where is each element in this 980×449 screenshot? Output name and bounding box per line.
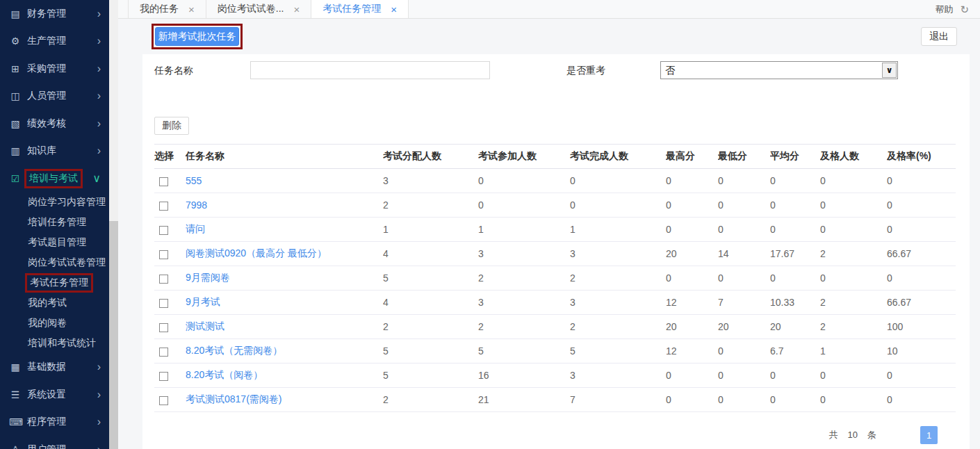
sidebar-item-production[interactable]: ⚙ 生产管理 › xyxy=(0,28,109,56)
close-icon[interactable]: × xyxy=(391,4,397,15)
task-name-link[interactable]: 测试测试 xyxy=(186,320,383,333)
avg-score: 17.67 xyxy=(770,248,820,259)
close-icon[interactable]: × xyxy=(293,4,300,15)
sidebar-subitem-label: 我的阅卷 xyxy=(28,317,67,329)
pass-rate: 10 xyxy=(887,345,956,357)
row-checkbox[interactable] xyxy=(159,250,168,259)
page-1-button[interactable]: 1 xyxy=(920,426,938,444)
table-body: 555 3 0 0 0 0 0 0 0 7998 2 xyxy=(154,169,956,412)
task-name-link[interactable]: 7998 xyxy=(186,199,383,211)
sidebar-subitem[interactable]: 岗位考试试卷管理 xyxy=(0,253,109,273)
retake-select[interactable]: 否 ∨ xyxy=(660,61,898,79)
row-checkbox[interactable] xyxy=(159,226,168,235)
col-task-name: 任务名称 xyxy=(186,150,383,163)
table-row: 555 3 0 0 0 0 0 0 0 xyxy=(154,169,956,193)
pass-count: 0 xyxy=(820,175,887,186)
refresh-icon[interactable]: ↻ xyxy=(960,3,969,16)
add-exam-batch-task-button[interactable]: 新增考试批次任务 xyxy=(155,27,239,46)
tab-exam-task-management[interactable]: 考试任务管理 × xyxy=(311,0,409,18)
task-name-link[interactable]: 9月考试 xyxy=(186,296,383,309)
sidebar-subitem[interactable]: 我的阅卷 xyxy=(0,313,109,334)
participated-count: 3 xyxy=(478,297,570,308)
sidebar-subitem[interactable]: 培训任务管理 xyxy=(0,213,109,233)
pass-count: 0 xyxy=(820,394,887,405)
retake-label: 是否重考 xyxy=(566,61,605,79)
task-name-link[interactable]: 请问 xyxy=(186,223,383,236)
exit-button[interactable]: 退出 xyxy=(921,27,957,46)
row-checkbox[interactable] xyxy=(159,202,168,211)
sidebar-item-program[interactable]: ⌨ 程序管理 › xyxy=(0,409,109,436)
sidebar-scrollbar[interactable] xyxy=(109,0,118,449)
participated-count: 21 xyxy=(478,394,570,405)
row-checkbox[interactable] xyxy=(159,275,168,284)
sidebar-subitem[interactable]: 考试题目管理 xyxy=(0,233,109,253)
col-assigned: 考试分配人数 xyxy=(383,150,478,163)
sidebar-item-personnel[interactable]: ◫ 人员管理 › xyxy=(0,83,109,111)
help-link[interactable]: 帮助 xyxy=(935,3,953,16)
row-checkbox[interactable] xyxy=(159,372,168,381)
sidebar-item-training-exam[interactable]: ☑ 培训与考试 ∨ xyxy=(0,165,109,193)
knowledge-icon: ▥ xyxy=(9,145,22,156)
sidebar-item-performance[interactable]: ▧ 绩效考核 › xyxy=(0,110,109,138)
sidebar-item-purchase[interactable]: ⊞ 采购管理 › xyxy=(0,55,109,83)
table-row: 8.20考试（无需阅卷） 5 5 5 12 0 6.7 1 10 xyxy=(154,339,956,364)
row-checkbox[interactable] xyxy=(159,299,168,308)
task-name-input[interactable] xyxy=(250,61,490,79)
pass-rate: 0 xyxy=(887,224,956,235)
main-area: 我的任务 × 岗位考试试卷... × 考试任务管理 × 帮助 ↻ 新增考试批次任… xyxy=(118,0,980,449)
pass-rate: 0 xyxy=(887,175,956,186)
row-checkbox[interactable] xyxy=(159,396,168,405)
system-settings-icon: ☰ xyxy=(9,389,22,400)
row-checkbox[interactable] xyxy=(159,348,168,357)
sidebar-subitem[interactable]: 考试任务管理 xyxy=(0,273,109,293)
avg-score: 0 xyxy=(770,272,820,284)
sidebar-item-base-data[interactable]: ▦ 基础数据 › xyxy=(0,354,109,382)
task-name-link[interactable]: 555 xyxy=(186,175,383,186)
sidebar-item-knowledge[interactable]: ▥ 知识库 › xyxy=(0,138,109,165)
select-dropdown-icon[interactable]: ∨ xyxy=(882,63,897,78)
sidebar-item-system-settings[interactable]: ☰ 系统设置 › xyxy=(0,381,109,409)
base-data-icon: ▦ xyxy=(9,361,22,373)
completed-count: 3 xyxy=(570,370,666,381)
chevron-right-icon: › xyxy=(97,389,101,400)
task-name-link[interactable]: 8.20考试（阅卷） xyxy=(186,369,383,382)
sidebar-subitem-label: 培训和考试统计 xyxy=(28,337,96,350)
assigned-count: 3 xyxy=(383,175,478,186)
scrollbar-thumb[interactable] xyxy=(109,221,118,449)
avg-score: 20 xyxy=(770,321,820,332)
sidebar-subitem[interactable]: 岗位学习内容管理 xyxy=(0,193,109,213)
pass-rate: 0 xyxy=(887,199,956,211)
close-icon[interactable]: × xyxy=(188,4,195,15)
sidebar-subitem[interactable]: 我的考试 xyxy=(0,293,109,313)
sidebar-subitem[interactable]: 培训和考试统计 xyxy=(0,334,109,354)
completed-count: 2 xyxy=(570,321,666,332)
delete-button[interactable]: 删除 xyxy=(154,117,189,135)
pass-rate: 0 xyxy=(887,394,956,405)
participated-count: 2 xyxy=(478,321,570,332)
sidebar-item-user[interactable]: ♙ 用户管理 › xyxy=(0,436,109,449)
task-name-link[interactable]: 阅卷测试0920（最高分 最低分） xyxy=(186,247,383,260)
annotation-box-training-exam: 培训与考试 xyxy=(24,169,83,188)
filter-row: 任务名称 是否重考 否 ∨ xyxy=(154,61,958,79)
participated-count: 2 xyxy=(478,272,570,284)
completed-count: 1 xyxy=(570,224,666,235)
user-icon: ♙ xyxy=(9,444,22,449)
col-select: 选择 xyxy=(154,150,186,163)
row-checkbox[interactable] xyxy=(159,323,168,332)
table-row: 7998 2 0 0 0 0 0 0 0 xyxy=(154,193,956,218)
tab-exam-papers[interactable]: 岗位考试试卷... × xyxy=(206,0,311,18)
row-checkbox[interactable] xyxy=(159,177,168,186)
sidebar-item-finance[interactable]: ▤ 财务管理 › xyxy=(0,0,109,28)
task-name-link[interactable]: 9月需阅卷 xyxy=(186,272,383,284)
task-name-link[interactable]: 8.20考试（无需阅卷） xyxy=(186,345,383,357)
pass-count: 2 xyxy=(820,248,887,259)
chevron-right-icon: › xyxy=(97,35,101,47)
min-score: 0 xyxy=(718,175,770,186)
task-name-link[interactable]: 考试测试0817(需阅卷) xyxy=(186,393,383,406)
assigned-count: 5 xyxy=(383,370,478,381)
tab-label: 岗位考试试卷... xyxy=(218,3,284,15)
col-avg-score: 平均分 xyxy=(770,150,820,163)
min-score: 0 xyxy=(718,272,770,284)
sidebar-subitem-label: 考试题目管理 xyxy=(28,236,86,249)
tab-my-tasks[interactable]: 我的任务 × xyxy=(128,0,206,18)
